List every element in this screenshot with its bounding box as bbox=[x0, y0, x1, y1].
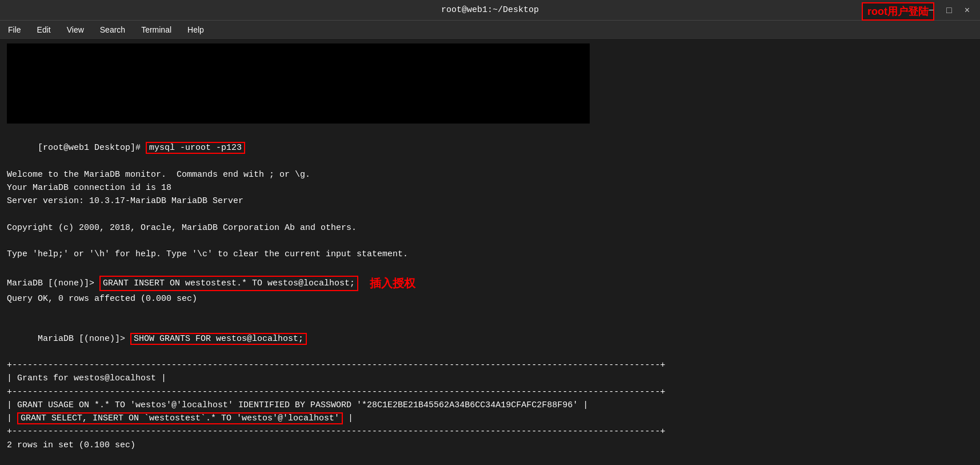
menu-file[interactable]: File bbox=[5, 24, 25, 35]
root-login-badge: root用户登陆 bbox=[862, 2, 934, 21]
menu-bar: File Edit View Search Terminal Help bbox=[0, 21, 980, 39]
cmd2-box: GRANT INSERT ON westostest.* TO westos@l… bbox=[99, 276, 358, 291]
black-block bbox=[7, 43, 590, 124]
command-line-3: MariaDB [(none)]> SHOW GRANTS FOR westos… bbox=[7, 319, 973, 359]
command-line-1: [root@web1 Desktop]# mysql -uroot -p123 bbox=[7, 128, 973, 168]
cmd3-box: SHOW GRANTS FOR westos@localhost; bbox=[130, 333, 307, 345]
output-line-4 bbox=[7, 208, 973, 221]
rows-info: 2 rows in set (0.100 sec) bbox=[7, 439, 973, 452]
menu-help[interactable]: Help bbox=[184, 24, 207, 35]
table-separator-bot: +---------------------------------------… bbox=[7, 425, 973, 438]
minimize-button[interactable]: − bbox=[925, 4, 937, 17]
menu-search[interactable]: Search bbox=[97, 24, 129, 35]
command-line-2: MariaDB [(none)]> GRANT INSERT ON westos… bbox=[7, 275, 973, 292]
output-line-8 bbox=[7, 261, 973, 275]
menu-terminal[interactable]: Terminal bbox=[138, 24, 175, 35]
table-separator-top: +---------------------------------------… bbox=[7, 359, 973, 372]
table-separator-mid: +---------------------------------------… bbox=[7, 385, 973, 399]
prompt-2: MariaDB [(none)]> bbox=[7, 277, 99, 290]
prompt-1: [root@web1 Desktop]# bbox=[38, 143, 146, 153]
output-line-2: Your MariaDB connection id is 18 bbox=[7, 181, 973, 194]
table-grant-1: | GRANT USAGE ON *.* TO 'westos'@'localh… bbox=[7, 399, 973, 412]
terminal-body[interactable]: [root@web1 Desktop]# mysql -uroot -p123 … bbox=[0, 39, 980, 465]
close-button[interactable]: × bbox=[961, 4, 973, 17]
cmd1-box: mysql -uroot -p123 bbox=[146, 142, 245, 154]
maximize-button[interactable]: □ bbox=[943, 4, 955, 17]
output-line-10 bbox=[7, 305, 973, 319]
output-line-1: Welcome to the MariaDB monitor. Commands… bbox=[7, 168, 973, 181]
output-line-5: Copyright (c) 2000, 2018, Oracle, MariaD… bbox=[7, 221, 973, 235]
menu-view[interactable]: View bbox=[63, 24, 87, 35]
output-line-7: Type 'help;' or '\h' for help. Type '\c'… bbox=[7, 248, 973, 261]
table-grant-2: | GRANT SELECT, INSERT ON `westostest`.*… bbox=[7, 412, 973, 425]
output-line-6 bbox=[7, 235, 973, 248]
output-line-3: Server version: 10.3.17-MariaDB MariaDB … bbox=[7, 194, 973, 208]
grant-select-insert-box: GRANT SELECT, INSERT ON `westostest`.* T… bbox=[17, 412, 343, 424]
annotation-insert: 插入授权 bbox=[370, 275, 415, 292]
table-header: | Grants for westos@localhost | bbox=[7, 372, 973, 385]
terminal-window: root@web1:~/Desktop root用户登陆 − □ × File … bbox=[0, 0, 980, 465]
title-bar-title: root@web1:~/Desktop bbox=[441, 5, 539, 15]
prompt-3: MariaDB [(none)]> bbox=[38, 334, 130, 344]
output-line-9: Query OK, 0 rows affected (0.000 sec) bbox=[7, 292, 973, 305]
title-bar: root@web1:~/Desktop root用户登陆 − □ × bbox=[0, 0, 980, 21]
title-bar-buttons: − □ × bbox=[925, 4, 973, 17]
output-line-11 bbox=[7, 452, 973, 465]
menu-edit[interactable]: Edit bbox=[34, 24, 54, 35]
